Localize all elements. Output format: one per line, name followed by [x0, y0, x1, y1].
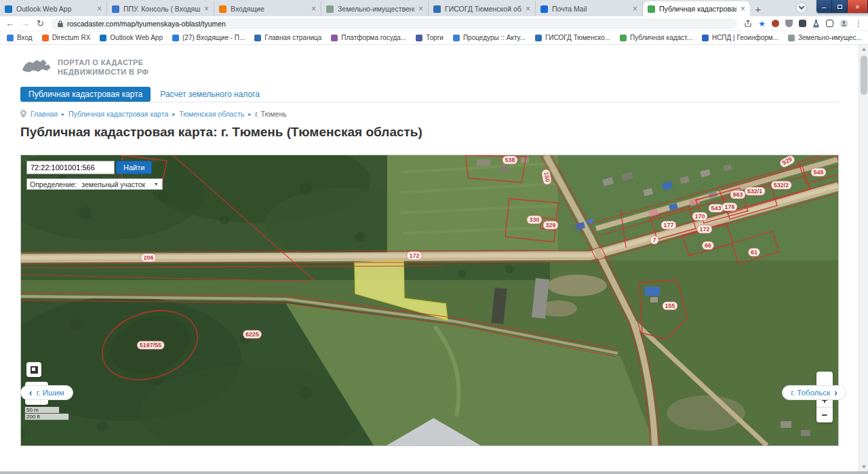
russia-map-icon	[20, 57, 52, 77]
cadastral-map[interactable]: 12206172538150330329929545532/2532/19635…	[20, 155, 839, 446]
tab-close-icon[interactable]: ×	[418, 5, 423, 12]
chevron-down-icon	[798, 4, 804, 9]
tab-close-icon[interactable]: ×	[97, 5, 102, 12]
extension-icon-red[interactable]	[772, 20, 779, 27]
next-city-label: г. Тобольск	[791, 389, 830, 397]
bookmark-star-icon[interactable]: ★	[758, 19, 766, 28]
url-text: roscadaster.com/map/tyumenskaya-oblast/t…	[67, 20, 226, 28]
bookmark-label: Outlook Web App	[110, 34, 163, 41]
site-nav: Публичная кадастровая карта Расчет земел…	[20, 87, 839, 102]
browser-tab[interactable]: Почта Mail×	[536, 1, 643, 16]
new-tab-button[interactable]: +	[750, 1, 766, 16]
chevron-left-icon: ‹	[29, 389, 33, 397]
reload-icon[interactable]: ↻	[37, 19, 44, 28]
bookmark-label: Платформа госуда...	[341, 34, 406, 41]
bookmark-favicon	[100, 35, 106, 41]
bookmark-favicon	[535, 35, 542, 41]
breadcrumb-link[interactable]: Тюменская область	[179, 110, 244, 118]
tab-title: Земельно-имущественный ком	[338, 5, 414, 13]
bookmark-item[interactable]: Directum RX	[42, 34, 91, 41]
bookmark-favicon	[254, 35, 261, 41]
share-icon[interactable]	[744, 20, 752, 28]
tab-land-tax-calc[interactable]: Расчет земельного налога	[160, 87, 260, 99]
browser-tab[interactable]: Земельно-имущественный ком×	[321, 1, 429, 16]
bookmark-item[interactable]: Главная страница	[254, 34, 321, 41]
definition-value: земельный участок	[81, 180, 145, 189]
tab-public-cadastral-map[interactable]: Публичная кадастровая карта	[20, 87, 151, 102]
breadcrumb-link[interactable]: г. Тюмень	[255, 110, 286, 118]
tab-close-icon[interactable]: ×	[633, 5, 637, 12]
close-button[interactable]: ×	[848, 0, 868, 13]
chevron-down-icon: ▾	[155, 181, 157, 187]
site-logo[interactable]: ПОРТАЛ О КАДАСТРЕ НЕДВИЖИМОСТИ В РФ	[20, 57, 149, 77]
tab-strip: Outlook Web App×ППУ. Консоль ( Входящие …	[0, 0, 868, 16]
bookmark-item[interactable]: Земельно-имущес...	[788, 34, 862, 41]
bookmark-favicon	[788, 35, 795, 41]
extension-icon-frame[interactable]	[826, 20, 833, 27]
outlook-favicon	[5, 5, 12, 13]
extension-icon-shield[interactable]	[785, 20, 793, 27]
bookmark-item[interactable]: Публичная кадаст...	[620, 34, 692, 41]
browser-tab[interactable]: Публичная кадастровая карта×	[643, 1, 750, 16]
browser-tab[interactable]: ГИСОГД Тюменской области×	[429, 1, 536, 16]
tab-title: Входящие	[231, 5, 307, 13]
bookmark-favicon	[172, 35, 179, 41]
bookmark-item[interactable]: ГИСОГД Тюменско...	[535, 34, 610, 41]
page-scrollbar[interactable]: ▲ ▼	[859, 45, 868, 471]
logo-line2: НЕДВИЖИМОСТИ В РФ	[58, 67, 149, 77]
browser-menu-icon[interactable]: ⋮	[854, 19, 863, 28]
tab-title: ППУ. Консоль ( Входящие )	[123, 5, 200, 13]
minimize-button[interactable]: –	[816, 0, 832, 13]
bookmark-item[interactable]: Outlook Web App	[100, 34, 163, 41]
zoom-out-button[interactable]: −	[816, 408, 833, 422]
bookmark-label: Вход	[17, 34, 33, 41]
cadastral-number-input[interactable]	[26, 161, 115, 174]
bookmark-label: Directum RX	[52, 34, 91, 41]
definition-select[interactable]: земельный участок ▾	[79, 180, 159, 189]
address-bar[interactable]: roscadaster.com/map/tyumenskaya-oblast/t…	[51, 18, 737, 29]
scroll-up-icon[interactable]: ▲	[859, 45, 868, 54]
bookmark-item[interactable]: Платформа госуда...	[331, 34, 406, 41]
profile-avatar-icon[interactable]	[840, 19, 848, 28]
extension-icon-puzzle[interactable]	[799, 20, 806, 27]
logo-line1: ПОРТАЛ О КАДАСТРЕ	[58, 58, 149, 67]
overview-map-button[interactable]	[26, 362, 41, 377]
prev-city-button[interactable]: ‹ г. Ишим	[20, 385, 73, 400]
browser-tab[interactable]: Outlook Web App×	[0, 1, 107, 16]
back-icon[interactable]: ←	[5, 19, 14, 28]
tab-close-icon[interactable]: ×	[741, 5, 745, 12]
scrollbar-thumb[interactable]	[861, 56, 867, 95]
breadcrumb-link[interactable]: Публичная кадастровая карта	[68, 110, 168, 118]
restore-button[interactable]	[832, 0, 848, 13]
bookmark-label: Публичная кадаст...	[630, 34, 692, 41]
bookmark-favicon	[42, 35, 49, 41]
bookmark-item[interactable]: Торги	[416, 34, 443, 41]
bookmark-favicon	[453, 35, 460, 41]
bookmark-label: ГИСОГД Тюменско...	[545, 34, 610, 41]
next-city-button[interactable]: г. Тобольск ›	[782, 385, 846, 400]
map-search-button[interactable]: Найти	[116, 161, 152, 174]
tab-close-icon[interactable]: ×	[204, 5, 209, 12]
window-controls: – ×	[816, 0, 868, 13]
tab-close-icon[interactable]: ×	[311, 5, 316, 12]
definition-filter[interactable]: Определение: земельный участок ▾	[26, 178, 163, 190]
breadcrumb-link[interactable]: Главная	[31, 110, 58, 118]
forward-icon[interactable]: →	[21, 19, 30, 28]
extension-icon-flask[interactable]	[812, 20, 820, 28]
browser-toolbar: ← → ↻ roscadaster.com/map/tyumenskaya-ob…	[0, 16, 868, 31]
tab-close-icon[interactable]: ×	[526, 5, 530, 12]
bookmark-item[interactable]: НСПД | Геоинформ...	[702, 34, 778, 41]
bookmark-item[interactable]: (27) Входящие - П...	[172, 34, 245, 41]
bookmark-item[interactable]: Вход	[7, 34, 33, 41]
scroll-down-icon[interactable]: ▼	[859, 462, 868, 471]
inbox-favicon	[219, 5, 226, 13]
bookmarks-bar: ВходDirectum RXOutlook Web App(27) Входя…	[0, 31, 868, 45]
bookmark-favicon	[416, 35, 422, 41]
browser-tab[interactable]: Входящие×	[214, 1, 321, 16]
scale-meters: 50 m	[24, 407, 60, 414]
browser-tab[interactable]: ППУ. Консоль ( Входящие )×	[107, 1, 214, 16]
bookmark-item[interactable]: Процедуры :: Акту...	[453, 34, 526, 41]
tab-dropdown-button[interactable]	[795, 2, 807, 14]
breadcrumb-items: Главная▸Публичная кадастровая карта▸Тюме…	[31, 110, 287, 118]
bookmark-label: (27) Входящие - П...	[182, 34, 245, 41]
